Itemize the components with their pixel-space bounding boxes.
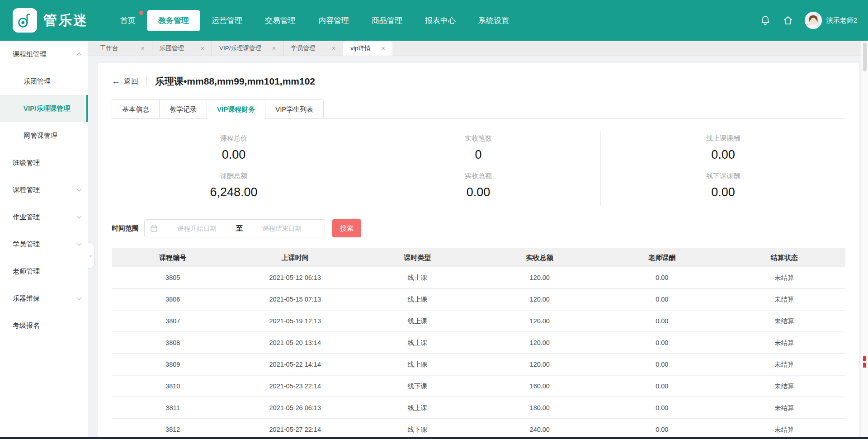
detail-tab[interactable]: 基本信息 <box>112 99 160 118</box>
sidebar-item[interactable]: 班级管理 <box>0 149 88 176</box>
table-cell: 线上课 <box>356 360 479 369</box>
sidebar-item[interactable]: 乐团管理 <box>0 68 88 95</box>
back-button[interactable]: ← 返回 <box>112 76 138 86</box>
table-cell: 2021-05-22 14:14 <box>234 361 357 368</box>
taskbar-edge <box>0 437 868 439</box>
stat-label: 线下课课酬 <box>601 172 845 180</box>
table-cell: 120.00 <box>479 317 601 325</box>
sidebar-item[interactable]: VIP/乐理课管理 <box>0 95 88 122</box>
nav-item[interactable]: 内容管理 <box>307 10 360 31</box>
table-cell: 线下课 <box>356 425 479 434</box>
search-button[interactable]: 搜索 <box>332 219 361 237</box>
window-tab[interactable]: VIP/乐理课管理× <box>212 41 283 56</box>
table-cell: 0.00 <box>601 339 723 346</box>
nav-item[interactable]: 教务管理 <box>147 10 200 31</box>
nav-item[interactable]: 首页 <box>109 10 147 31</box>
sidebar-item[interactable]: 老师管理 <box>0 258 88 285</box>
sidebar-item-label: 网管课管理 <box>24 132 57 140</box>
table-cell: 未结算 <box>723 274 846 282</box>
tab-close-icon[interactable]: × <box>201 45 204 52</box>
sidebar-item-label: VIP/乐理课管理 <box>24 104 70 113</box>
nav-item[interactable]: 报表中心 <box>414 10 467 31</box>
nav-item-label: 系统设置 <box>478 16 509 25</box>
detail-card: ← 返回 乐理课•mm88,mm99,mm101,mm102 基本信息教学记录V… <box>98 63 859 439</box>
sidebar-item-label: 班级管理 <box>13 159 40 167</box>
nav-item[interactable]: 运营管理 <box>200 10 254 31</box>
filter-bar: 时间范围 课程开始日期 至 课程结束日期 <box>112 219 845 237</box>
table-cell: 未结算 <box>723 295 846 304</box>
nav-item-label: 教务管理 <box>158 16 189 25</box>
stat-label: 实收笔数 <box>356 134 600 143</box>
page-header: ← 返回 乐理课•mm88,mm99,mm101,mm102 <box>112 75 845 88</box>
calendar-icon <box>150 225 158 232</box>
chevron-down-icon <box>76 295 81 300</box>
finance-table: 课程编号上课时间课时类型实收总额老师课酬结算状态 38052021-05-12 … <box>112 248 845 439</box>
table-cell: 0.00 <box>601 317 723 325</box>
tab-close-icon[interactable]: × <box>332 45 335 52</box>
table-header-cell: 课时类型 <box>356 254 479 262</box>
window-tab-label: 工作台 <box>100 44 118 52</box>
table-cell: 3811 <box>112 404 234 411</box>
table-row[interactable]: 38072021-05-19 12:13线上课120.000.00未结算 <box>112 311 845 332</box>
sidebar-item[interactable]: 乐器维保 <box>0 285 88 312</box>
nav-item-label: 首页 <box>120 16 136 25</box>
brand: 管乐迷 <box>13 8 88 33</box>
window-tab[interactable]: vip详情× <box>343 41 392 56</box>
stat-item: 课酬总额6,248.00 <box>112 168 356 206</box>
nav-menu: 首页教务管理运营管理交易管理内容管理商品管理报表中心系统设置 <box>109 10 520 31</box>
table-row[interactable]: 38092021-05-22 14:14线上课120.000.00未结算 <box>112 354 845 376</box>
window-tab[interactable]: 学员管理× <box>283 41 343 56</box>
table-row[interactable]: 38052021-05-12 06:13线上课120.000.00未结算 <box>112 267 845 289</box>
table-cell: 3809 <box>112 361 234 368</box>
table-header-cell: 上课时间 <box>234 254 357 262</box>
table-cell: 未结算 <box>723 360 846 369</box>
user-name: 演示老师2 <box>826 16 857 25</box>
app-root: 管乐迷 首页教务管理运营管理交易管理内容管理商品管理报表中心系统设置 <box>0 0 868 439</box>
home-icon[interactable] <box>782 14 794 26</box>
detail-tab[interactable]: VIP课程财务 <box>207 99 265 118</box>
sidebar-item[interactable]: 学员管理 <box>0 231 88 258</box>
window-tab-label: 学员管理 <box>291 44 315 52</box>
tab-close-icon[interactable]: × <box>381 45 385 52</box>
bell-icon[interactable] <box>760 14 771 26</box>
page-scrollbar[interactable] <box>861 41 868 437</box>
table-body: 38052021-05-12 06:13线上课120.000.00未结算3806… <box>112 267 845 439</box>
table-cell: 未结算 <box>723 339 846 347</box>
sidebar-collapse-handle[interactable]: ‹ <box>88 242 94 269</box>
table-header-cell: 实收总额 <box>479 254 601 262</box>
table-cell: 线上课 <box>356 404 479 412</box>
nav-item[interactable]: 交易管理 <box>254 10 307 31</box>
window-tab[interactable]: 乐团管理× <box>152 41 212 56</box>
window-tab[interactable]: 工作台× <box>93 41 152 56</box>
brand-name: 管乐迷 <box>43 11 88 30</box>
range-separator: 至 <box>234 224 245 233</box>
window-tab-label: VIP/乐理课管理 <box>219 44 261 52</box>
table-cell: 2021-05-23 22:14 <box>234 382 357 390</box>
tab-close-icon[interactable]: × <box>272 45 276 52</box>
user-menu[interactable]: 演示老师2 <box>805 12 857 29</box>
detail-tab[interactable]: VIP学生列表 <box>265 99 324 118</box>
table-row[interactable]: 38062021-05-15 07:13线上课120.000.00未结算 <box>112 289 845 311</box>
date-range-input[interactable]: 课程开始日期 至 课程结束日期 <box>144 219 325 237</box>
chevron-down-icon <box>76 241 81 245</box>
table-row[interactable]: 38082021-05-20 13:14线上课120.000.00未结算 <box>112 332 845 354</box>
sidebar-item[interactable]: 网管课管理 <box>0 122 88 149</box>
collapse-arrow-icon: ‹ <box>90 252 92 259</box>
sidebar-item[interactable]: 课程组管理 <box>0 41 88 68</box>
scrollbar-thumb[interactable] <box>863 42 867 71</box>
tab-close-icon[interactable]: × <box>141 45 145 52</box>
nav-item[interactable]: 商品管理 <box>360 10 414 31</box>
nav-item[interactable]: 系统设置 <box>467 10 520 31</box>
table-row[interactable]: 38102021-05-23 22:14线下课160.000.00未结算 <box>112 376 845 397</box>
chevron-down-icon <box>76 213 81 218</box>
table-row[interactable]: 38122021-05-27 22:14线下课240.000.00未结算 <box>112 419 845 439</box>
sidebar-item[interactable]: 作业管理 <box>0 203 88 231</box>
table-cell: 未结算 <box>723 425 846 434</box>
main-layout: 课程组管理乐团管理VIP/乐理课管理网管课管理班级管理课程管理作业管理学员管理老… <box>0 41 868 439</box>
table-row[interactable]: 38112021-05-26 06:13线上课180.000.00未结算 <box>112 397 845 419</box>
detail-tab[interactable]: 教学记录 <box>159 99 207 118</box>
table-cell: 2021-05-20 13:14 <box>234 339 357 346</box>
sidebar-item[interactable]: 课程管理 <box>0 176 88 203</box>
stat-label: 课酬总额 <box>112 172 356 180</box>
sidebar-item[interactable]: 考级报名 <box>0 312 88 339</box>
